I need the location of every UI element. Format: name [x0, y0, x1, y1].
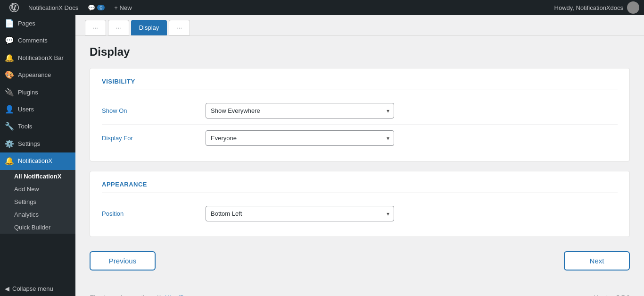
footer-thank-you: Thank you for creating with — [90, 294, 163, 296]
admin-bar: NotificationX Docs 💬 0 + New Howdy, Noti… — [0, 0, 644, 15]
sidebar-item-quick-builder[interactable]: Quick Builder — [0, 221, 75, 234]
new-content-button[interactable]: + New — [109, 0, 136, 15]
sidebar-item-add-new[interactable]: Add New — [0, 183, 75, 195]
sidebar-item-plugins[interactable]: 🔌 Plugins — [0, 84, 75, 101]
wordpress-logo-icon — [9, 3, 19, 12]
sidebar-item-analytics[interactable]: Analytics — [0, 208, 75, 221]
appearance-section: APPEARANCE Position Bottom Left Bottom R… — [90, 171, 630, 237]
site-name-label: NotificationX Docs — [28, 4, 78, 11]
sidebar-item-comments[interactable]: 💬 Comments — [0, 32, 75, 49]
sidebar-appearance-label: Appearance — [18, 71, 51, 79]
sidebar-item-notificationx-bar[interactable]: 🔔 NotificationX Bar — [0, 50, 75, 67]
position-label: Position — [102, 210, 196, 217]
show-on-label: Show On — [102, 107, 196, 114]
settings-icon: ⚙️ — [5, 139, 14, 149]
sidebar-notificationx-label: NotificationX — [18, 157, 52, 165]
sidebar-item-settings[interactable]: ⚙️ Settings — [0, 135, 75, 152]
greeting-label: Howdy, NotificationXdocs — [554, 4, 623, 11]
visibility-section: VISIBILITY Show On Show Everywhere Show … — [90, 68, 630, 161]
site-name-button[interactable]: NotificationX Docs — [24, 0, 83, 15]
display-for-select-wrapper: Everyone Logged In Users Logged Out User… — [206, 130, 394, 146]
position-select[interactable]: Bottom Left Bottom Right Top Left Top Ri… — [206, 206, 394, 221]
show-on-row: Show On Show Everywhere Show on Specific… — [102, 97, 618, 125]
tab-1[interactable]: ··· — [85, 20, 106, 35]
footer-wordpress-link[interactable]: WordPress — [165, 294, 195, 296]
sidebar-item-tools[interactable]: 🔧 Tools — [0, 118, 75, 135]
position-control: Bottom Left Bottom Right Top Left Top Ri… — [206, 206, 394, 221]
collapse-menu-button[interactable]: ◀ Collapse menu — [0, 281, 75, 296]
sidebar: 📄 Pages 💬 Comments 🔔 NotificationX Bar 🎨… — [0, 15, 75, 296]
comment-icon: 💬 — [88, 4, 95, 11]
sidebar-tools-label: Tools — [18, 122, 32, 131]
appearance-icon: 🎨 — [5, 70, 14, 80]
footer-text: Thank you for creating with WordPress. — [90, 294, 197, 296]
comments-button[interactable]: 💬 0 — [83, 0, 109, 15]
plugins-icon: 🔌 — [5, 87, 14, 98]
sidebar-submenu-notificationx: All NotificationX Add New Settings Analy… — [0, 170, 75, 234]
content-area: ··· ··· Display ··· Display VISIBILITY S… — [75, 15, 644, 296]
sidebar-notificationx-bar-label: NotificationX Bar — [18, 54, 64, 62]
sidebar-item-pages[interactable]: 📄 Pages — [0, 15, 75, 32]
previous-button[interactable]: Previous — [90, 251, 156, 271]
tab-display[interactable]: Display — [131, 20, 167, 35]
new-label: + New — [114, 4, 132, 11]
position-select-wrapper: Bottom Left Bottom Right Top Left Top Ri… — [206, 206, 394, 221]
notificationx-bar-icon: 🔔 — [5, 53, 14, 63]
position-row: Position Bottom Left Bottom Right Top Le… — [102, 200, 618, 227]
display-for-select[interactable]: Everyone Logged In Users Logged Out User… — [206, 130, 394, 146]
sidebar-settings-label: Settings — [18, 140, 40, 148]
sidebar-comments-label: Comments — [18, 36, 48, 45]
collapse-menu-label: Collapse menu — [12, 285, 53, 292]
footer: Thank you for creating with WordPress. V… — [75, 289, 644, 296]
show-on-select[interactable]: Show Everywhere Show on Specific Pages H… — [206, 103, 394, 118]
sidebar-item-all-notificationx[interactable]: All NotificationX — [0, 170, 75, 183]
tabs-bar: ··· ··· Display ··· — [75, 15, 644, 36]
avatar — [627, 1, 639, 14]
collapse-icon: ◀ — [5, 285, 9, 292]
page-content: Display VISIBILITY Show On Show Everywhe… — [75, 36, 644, 289]
notificationx-icon: 🔔 — [5, 156, 14, 166]
tab-4[interactable]: ··· — [169, 20, 190, 35]
tools-icon: 🔧 — [5, 121, 14, 132]
sidebar-pages-label: Pages — [18, 19, 35, 28]
sidebar-users-label: Users — [18, 105, 34, 114]
nav-buttons: Previous Next — [90, 246, 630, 280]
show-on-control: Show Everywhere Show on Specific Pages H… — [206, 103, 394, 118]
comments-icon: 💬 — [5, 35, 14, 46]
sidebar-item-notificationx[interactable]: 🔔 NotificationX — [0, 152, 75, 169]
users-icon: 👤 — [5, 104, 14, 115]
display-for-label: Display For — [102, 135, 196, 142]
comment-count: 0 — [97, 5, 105, 10]
page-title: Display — [90, 45, 630, 59]
wp-logo-button[interactable] — [5, 0, 24, 15]
sidebar-item-users[interactable]: 👤 Users — [0, 101, 75, 118]
next-button[interactable]: Next — [564, 251, 630, 271]
tab-2[interactable]: ··· — [108, 20, 129, 35]
appearance-section-title: APPEARANCE — [102, 181, 618, 193]
sidebar-item-settings-sub[interactable]: Settings — [0, 195, 75, 208]
show-on-select-wrapper: Show Everywhere Show on Specific Pages H… — [206, 103, 394, 118]
sidebar-item-appearance[interactable]: 🎨 Appearance — [0, 67, 75, 84]
display-for-control: Everyone Logged In Users Logged Out User… — [206, 130, 394, 146]
sidebar-plugins-label: Plugins — [18, 88, 38, 97]
display-for-row: Display For Everyone Logged In Users Log… — [102, 125, 618, 152]
visibility-section-title: VISIBILITY — [102, 78, 618, 90]
pages-icon: 📄 — [5, 18, 14, 29]
footer-version: Version 5.7.2 — [594, 294, 630, 296]
